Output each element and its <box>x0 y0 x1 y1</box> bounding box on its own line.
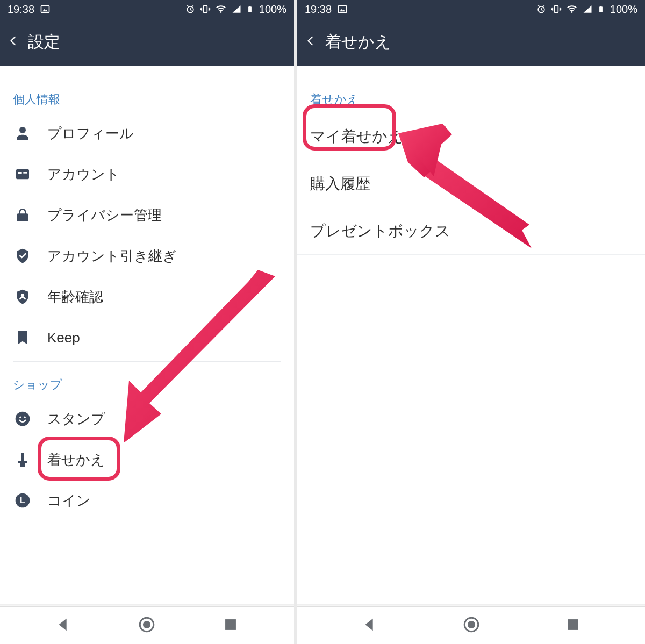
list-label: 購入履歴 <box>310 174 370 194</box>
svg-text:L: L <box>20 496 25 505</box>
app-bar: 着せかえ <box>297 18 645 66</box>
shield-user-icon <box>13 287 32 306</box>
status-bar: 19:38 100% <box>297 0 645 18</box>
nav-recent-button[interactable] <box>221 616 240 636</box>
settings-item-keep[interactable]: Keep <box>0 317 294 358</box>
svg-rect-7 <box>18 172 22 174</box>
battery-percent: 100% <box>610 3 637 16</box>
brush-icon <box>13 450 32 469</box>
bookmark-icon <box>13 328 32 347</box>
svg-point-17 <box>143 621 150 628</box>
svg-point-22 <box>571 11 572 13</box>
svg-rect-8 <box>23 172 27 174</box>
svg-point-30 <box>467 621 475 628</box>
vibrate-icon <box>200 4 211 15</box>
picture-icon <box>337 4 348 15</box>
svg-point-12 <box>24 417 25 418</box>
settings-label: 着せかえ <box>47 450 105 469</box>
back-button[interactable] <box>305 33 317 51</box>
settings-item-privacy[interactable]: プライバシー管理 <box>0 195 294 235</box>
svg-rect-18 <box>225 619 236 630</box>
settings-label: プロフィール <box>47 124 134 143</box>
svg-rect-23 <box>599 6 603 12</box>
svg-rect-2 <box>204 5 207 12</box>
wifi-icon <box>566 3 578 15</box>
list-label: プレゼントボックス <box>310 221 450 241</box>
battery-icon <box>597 3 605 15</box>
battery-percent: 100% <box>259 3 286 16</box>
content: 個人情報 プロフィール アカウント プライバシー管理 アカウント引き継ぎ <box>0 66 294 606</box>
section-shop: ショップ <box>0 362 294 398</box>
theme-item-present[interactable]: プレゼントボックス <box>297 207 645 255</box>
alarm-icon <box>185 4 196 15</box>
svg-rect-21 <box>555 5 558 12</box>
settings-item-takeover[interactable]: アカウント引き継ぎ <box>0 235 294 276</box>
section-personal: 個人情報 <box>0 66 294 113</box>
settings-item-coin[interactable]: L コイン <box>0 480 294 521</box>
shield-check-icon <box>13 246 32 266</box>
cell-signal-icon <box>231 4 242 15</box>
person-icon <box>13 124 32 143</box>
svg-point-11 <box>19 417 21 418</box>
svg-rect-0 <box>41 5 49 12</box>
nav-home-button[interactable] <box>138 616 156 636</box>
battery-icon <box>246 3 254 15</box>
alarm-icon <box>536 4 547 15</box>
smile-icon <box>13 409 32 428</box>
settings-label: コイン <box>47 491 91 510</box>
settings-item-profile[interactable]: プロフィール <box>0 113 294 154</box>
wifi-icon <box>215 3 227 15</box>
android-nav-bar <box>297 606 645 644</box>
nav-back-button[interactable] <box>54 616 73 636</box>
settings-label: アカウント引き継ぎ <box>47 247 177 266</box>
svg-point-9 <box>21 294 24 297</box>
settings-item-theme[interactable]: 着せかえ <box>0 439 294 480</box>
nav-home-button[interactable] <box>462 616 481 636</box>
settings-label: 年齢確認 <box>47 288 103 306</box>
picture-icon <box>40 4 51 15</box>
phone-right: 19:38 100% 着せ <box>297 0 645 644</box>
android-nav-bar <box>0 606 294 644</box>
svg-rect-4 <box>248 6 252 12</box>
nav-back-button[interactable] <box>361 616 379 636</box>
page-title: 設定 <box>28 31 60 53</box>
page-title: 着せかえ <box>325 31 391 53</box>
settings-label: プライバシー管理 <box>47 206 162 225</box>
coin-icon: L <box>13 491 32 510</box>
vibrate-icon <box>551 4 562 15</box>
phone-left: 19:38 100% <box>0 0 294 644</box>
clock: 19:38 <box>8 3 34 16</box>
settings-label: Keep <box>47 330 80 346</box>
back-button[interactable] <box>8 33 19 51</box>
lock-icon <box>13 205 32 225</box>
svg-point-10 <box>16 412 30 426</box>
content: 着せかえ マイ着せかえ 購入履歴 プレゼントボックス <box>297 66 645 606</box>
theme-item-mytheme[interactable]: マイ着せかえ <box>297 113 645 160</box>
list-label: マイ着せかえ <box>310 126 403 147</box>
svg-rect-24 <box>600 6 601 7</box>
nav-recent-button[interactable] <box>564 616 582 636</box>
svg-rect-5 <box>249 6 250 7</box>
cell-signal-icon <box>582 4 593 15</box>
settings-label: スタンプ <box>47 410 105 428</box>
settings-label: アカウント <box>47 165 120 184</box>
svg-rect-31 <box>568 619 578 630</box>
svg-rect-6 <box>16 169 29 180</box>
svg-point-3 <box>220 11 221 13</box>
clock: 19:38 <box>305 3 332 16</box>
settings-item-age[interactable]: 年齢確認 <box>0 276 294 317</box>
id-card-icon <box>13 164 32 184</box>
app-bar: 設定 <box>0 18 294 66</box>
settings-item-account[interactable]: アカウント <box>0 154 294 195</box>
theme-item-history[interactable]: 購入履歴 <box>297 160 645 207</box>
section-theme: 着せかえ <box>297 66 645 113</box>
svg-rect-19 <box>339 5 347 12</box>
status-bar: 19:38 100% <box>0 0 294 18</box>
settings-item-stamp[interactable]: スタンプ <box>0 398 294 439</box>
